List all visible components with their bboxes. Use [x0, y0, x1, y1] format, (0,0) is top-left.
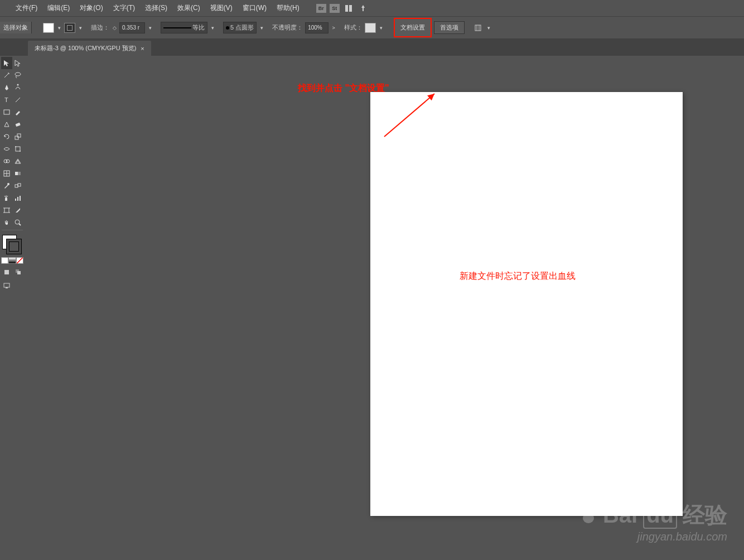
document-setup-button[interactable]: 文档设置	[394, 18, 432, 37]
perspective-grid-tool[interactable]	[12, 155, 23, 167]
stroke-weight-stepper-icon[interactable]: ◇	[112, 23, 117, 32]
menu-edit[interactable]: 编辑(E)	[43, 1, 74, 15]
brush-dot-icon	[226, 26, 229, 30]
curvature-tool[interactable]	[12, 81, 23, 94]
shape-builder-tool[interactable]	[1, 155, 12, 167]
eyedropper-tool[interactable]	[1, 180, 12, 192]
style-label: 样式：	[344, 23, 363, 32]
zoom-tool[interactable]	[12, 216, 23, 229]
stroke-line-icon	[163, 27, 191, 28]
fill-swatch[interactable]	[43, 23, 54, 33]
color-mode-solid[interactable]	[1, 257, 8, 264]
svg-rect-24	[17, 197, 18, 201]
color-mode-gradient[interactable]	[8, 257, 16, 264]
paintbrush-tool[interactable]	[12, 106, 23, 118]
column-graph-tool[interactable]	[12, 192, 23, 204]
eraser-tool[interactable]	[12, 118, 23, 131]
menu-view[interactable]: 视图(V)	[206, 1, 237, 15]
svg-line-6	[16, 98, 20, 102]
menu-file[interactable]: 文件(F)	[11, 1, 42, 15]
rotate-tool[interactable]	[1, 131, 12, 143]
svg-point-27	[15, 220, 20, 224]
annotation-forgot-bleed: 新建文件时忘记了设置出血线	[460, 271, 576, 282]
line-tool[interactable]	[12, 94, 23, 106]
close-tab-icon[interactable]: ×	[141, 45, 144, 52]
stroke-dropdown-icon[interactable]: ▾	[78, 23, 83, 32]
draw-normal-icon[interactable]	[1, 266, 12, 278]
free-transform-tool[interactable]	[12, 143, 23, 155]
selection-status-label: 选择对象	[0, 22, 32, 33]
svg-rect-8	[16, 123, 21, 127]
stroke-weight-dropdown-icon[interactable]: ▾	[147, 23, 153, 32]
lasso-tool[interactable]	[12, 69, 23, 81]
slice-tool[interactable]	[12, 204, 23, 216]
brush-dropdown-icon[interactable]: ▾	[259, 23, 264, 32]
canvas-area[interactable]: 找到并点击 "文档设置" 新建文件时忘记了设置出血线	[25, 56, 744, 560]
fill-stroke-indicator[interactable]	[1, 234, 23, 256]
svg-line-28	[19, 224, 21, 225]
arrange-docs-icon[interactable]	[343, 2, 354, 15]
pen-tool[interactable]	[1, 81, 12, 94]
document-tab[interactable]: 未标题-3 @ 100% (CMYK/GPU 预览) ×	[28, 41, 151, 56]
menubar-app-icons: Br St	[316, 2, 369, 15]
stroke-color-box[interactable]	[7, 239, 21, 254]
rectangle-tool[interactable]	[1, 106, 12, 118]
direct-selection-tool[interactable]	[12, 57, 23, 69]
gradient-tool[interactable]	[12, 167, 23, 180]
menu-window[interactable]: 窗口(W)	[238, 1, 271, 15]
svg-rect-2	[475, 25, 481, 31]
menu-object[interactable]: 对象(O)	[75, 1, 107, 15]
svg-point-13	[20, 151, 21, 152]
symbol-sprayer-tool[interactable]	[1, 192, 12, 204]
style-swatch[interactable]	[365, 23, 376, 33]
stock-icon[interactable]: St	[330, 4, 340, 13]
style-dropdown-icon[interactable]: ▾	[378, 23, 384, 32]
hand-tool[interactable]	[1, 216, 12, 229]
type-tool[interactable]: T	[1, 94, 12, 106]
color-mode-none[interactable]	[16, 257, 23, 264]
svg-rect-23	[15, 199, 16, 201]
watermark-brand: 经验	[683, 500, 727, 530]
blend-tool[interactable]	[12, 180, 23, 192]
svg-rect-9	[15, 136, 18, 139]
transform-panel-icon[interactable]	[472, 22, 484, 34]
scale-tool[interactable]	[12, 131, 23, 143]
brush-preview[interactable]: 5 点圆形	[223, 22, 257, 33]
profile-label: 等比	[192, 23, 205, 32]
svg-rect-33	[6, 287, 8, 288]
gpu-rocket-icon[interactable]	[357, 2, 369, 15]
bridge-icon[interactable]: Br	[316, 4, 326, 13]
stroke-profile-preview[interactable]: 等比	[161, 22, 207, 33]
profile-dropdown-icon[interactable]: ▾	[210, 23, 215, 32]
svg-rect-31	[17, 271, 21, 274]
svg-rect-29	[4, 270, 9, 274]
opacity-input[interactable]	[305, 22, 328, 33]
opacity-dropdown-icon[interactable]: >	[331, 23, 336, 32]
svg-rect-10	[17, 134, 21, 137]
menu-help[interactable]: 帮助(H)	[272, 1, 304, 15]
shaper-tool[interactable]	[1, 118, 12, 131]
svg-point-3	[15, 73, 21, 76]
width-tool[interactable]	[1, 143, 12, 155]
menu-select[interactable]: 选择(S)	[141, 1, 172, 15]
svg-rect-11	[16, 147, 20, 151]
brush-label: 5 点圆形	[230, 23, 254, 32]
watermark-url: jingyan.baidu.com	[578, 530, 727, 543]
stroke-swatch[interactable]	[64, 23, 75, 33]
screen-mode-icon[interactable]	[1, 279, 12, 292]
svg-rect-22	[5, 198, 7, 201]
menu-type[interactable]: 文字(T)	[109, 1, 139, 15]
stroke-weight-input[interactable]	[119, 22, 145, 33]
preferences-button[interactable]: 首选项	[434, 21, 465, 34]
transform-dropdown-icon[interactable]: ▾	[486, 23, 491, 32]
fill-dropdown-icon[interactable]: ▾	[56, 23, 62, 32]
draw-behind-icon[interactable]	[13, 266, 23, 278]
mesh-tool[interactable]	[1, 167, 12, 180]
menu-effect[interactable]: 效果(C)	[173, 1, 205, 15]
menu-bar: 文件(F) 编辑(E) 对象(O) 文字(T) 选择(S) 效果(C) 视图(V…	[0, 0, 744, 17]
selection-tool[interactable]	[1, 57, 12, 69]
svg-rect-1	[349, 5, 352, 12]
artboard-tool[interactable]	[1, 204, 12, 216]
magic-wand-tool[interactable]	[1, 69, 12, 81]
svg-rect-0	[345, 5, 348, 12]
